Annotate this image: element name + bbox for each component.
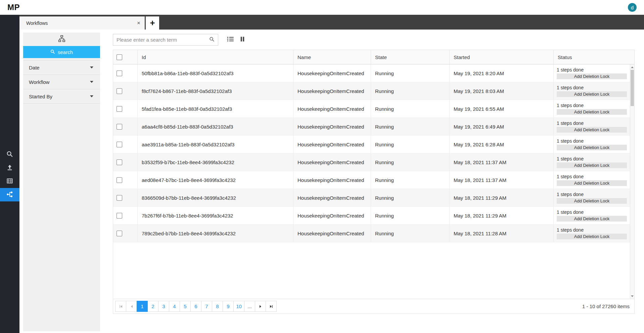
user-avatar[interactable]: d [628,3,637,12]
row-checkbox[interactable] [117,195,122,201]
cell-started: May 18, 2021 11:37 AM [449,171,553,189]
row-checkbox[interactable] [117,106,122,112]
table-row[interactable]: 7b267f6f-b7bb-11eb-8ee4-3699fa3c4232Hous… [113,207,630,225]
filter-section-workflow[interactable]: Workflow [23,75,100,89]
cell-state: Running [371,82,449,100]
row-checkbox[interactable] [117,177,122,183]
row-checkbox[interactable] [117,231,122,236]
row-checkbox[interactable] [117,88,122,94]
select-all-checkbox[interactable] [117,54,122,60]
cell-id: a6aa4cf8-b85d-11eb-883f-0a5d32102af3 [137,118,293,135]
search-icon [50,49,55,55]
nav-rail-group [0,148,19,201]
pager-summary: 1 - 10 of 27260 items [582,303,630,309]
tab-workflows[interactable]: Workflows × [19,16,145,30]
row-checkbox[interactable] [117,159,122,165]
cell-started: May 18, 2021 11:29 AM [449,207,553,224]
pager-next-button[interactable] [255,301,266,312]
search-submit-button[interactable] [209,37,218,43]
cell-started: May 19, 2021 6:49 AM [449,118,553,135]
pager-page-2[interactable]: 2 [147,301,158,312]
status-steps-text: 1 steps done [557,121,627,126]
rail-item-media[interactable] [0,175,19,188]
cell-status: 1 steps doneAdd Deletion Lock [553,171,630,189]
pager-page-8[interactable]: 8 [212,301,223,312]
table-row[interactable]: 50fbb81a-b86a-11eb-883f-0a5d32102af3Hous… [113,64,630,82]
filter-section-started-by[interactable]: Started By [23,89,100,104]
vertical-scrollbar[interactable] [630,64,634,299]
table-row[interactable]: aed08e47-b7bc-11eb-8ee4-3699fa3c4232Hous… [113,171,630,189]
cell-status: 1 steps doneAdd Deletion Lock [553,225,630,242]
row-checkbox[interactable] [117,124,122,130]
column-header-status[interactable]: Status [553,50,630,64]
cell-id: f8cf7624-b867-11eb-883f-0a5d32102af3 [137,82,293,100]
status-steps-text: 1 steps done [557,156,627,161]
cell-status: 1 steps doneAdd Deletion Lock [553,100,630,117]
pager-prev-button[interactable] [126,301,137,312]
cell-state: Running [371,153,449,171]
rail-item-upload[interactable] [0,161,19,175]
table-row[interactable]: aae3911a-b85a-11eb-883f-0a5d32102af3Hous… [113,136,630,153]
tabbar: Workflows × + [19,15,644,30]
pager-page-10[interactable]: 10 [233,301,244,312]
column-header-started[interactable]: Started [449,50,553,64]
row-select-cell [113,100,137,117]
rail-item-workflows[interactable] [0,188,19,201]
column-header-state[interactable]: State [371,50,449,64]
pager-last-button[interactable] [266,301,277,312]
workflows-grid: Id Name State Started Status 50fbb81a-b8… [113,50,635,314]
search-button[interactable]: search [23,46,100,58]
hierarchy-view-button[interactable] [23,33,100,46]
list-view-button[interactable] [227,36,234,43]
scroll-down-icon[interactable] [630,294,634,298]
row-select-cell [113,118,137,135]
cell-started: May 19, 2021 6:28 AM [449,136,553,153]
cell-name: HousekeepingOnItemCreated [293,189,371,206]
table-row[interactable]: f8cf7624-b867-11eb-883f-0a5d32102af3Hous… [113,82,630,100]
table-row[interactable]: a6aa4cf8-b85d-11eb-883f-0a5d32102af3Hous… [113,118,630,136]
cell-id: 50fbb81a-b86a-11eb-883f-0a5d32102af3 [137,64,293,82]
filter-section-label: Date [29,65,40,70]
table-row[interactable]: b3532f59-b7bc-11eb-8ee4-3699fa3c4232Hous… [113,153,630,171]
pager-buttons: 12345678910... [115,301,276,312]
cell-id: 8366509d-b7bb-11eb-8ee4-3699fa3c4232 [137,189,293,206]
new-tab-button[interactable]: + [146,16,159,30]
status-progress-bar: Add Deletion Lock [557,145,627,150]
search-input-box [113,34,218,46]
status-action-label: Add Deletion Lock [574,109,610,114]
table-row[interactable]: 8366509d-b7bb-11eb-8ee4-3699fa3c4232Hous… [113,189,630,207]
table-row[interactable]: 789c2bed-b7bb-11eb-8ee4-3699fa3c4232Hous… [113,225,630,242]
status-action-label: Add Deletion Lock [574,127,610,132]
pager-page-9[interactable]: 9 [223,301,234,312]
scroll-up-icon[interactable] [630,65,634,69]
pause-icon [240,36,245,43]
filter-section-date[interactable]: Date [23,60,100,75]
column-header-name[interactable]: Name [293,50,371,64]
pager-page-5[interactable]: 5 [180,301,191,312]
pager-page-4[interactable]: 4 [169,301,180,312]
cell-status: 1 steps doneAdd Deletion Lock [553,153,630,171]
close-icon[interactable]: × [137,20,140,26]
column-header-id[interactable]: Id [137,50,293,64]
status-progress-bar: Add Deletion Lock [557,127,627,133]
pager-page-1[interactable]: 1 [137,301,148,312]
row-checkbox[interactable] [117,213,122,219]
row-checkbox[interactable] [117,142,122,147]
rail-item-search[interactable] [0,148,19,161]
pager-ellipsis[interactable]: ... [244,301,255,312]
row-checkbox[interactable] [117,70,122,76]
scrollbar-thumb[interactable] [631,70,634,106]
pause-button[interactable] [240,36,245,43]
tab-label: Workflows [26,20,48,26]
row-select-cell [113,207,137,224]
pager-first-button[interactable] [115,301,126,312]
pager-page-3[interactable]: 3 [158,301,169,312]
search-input[interactable] [113,34,209,45]
cell-started: May 19, 2021 8:03 AM [449,82,553,100]
status-action-label: Add Deletion Lock [574,163,610,168]
pager-page-7[interactable]: 7 [201,301,212,312]
status-progress-bar: Add Deletion Lock [557,216,627,222]
table-row[interactable]: 5fad1fea-b85e-11eb-883f-0a5d32102af3Hous… [113,100,630,118]
pager-page-6[interactable]: 6 [190,301,201,312]
list-icon [227,36,234,43]
